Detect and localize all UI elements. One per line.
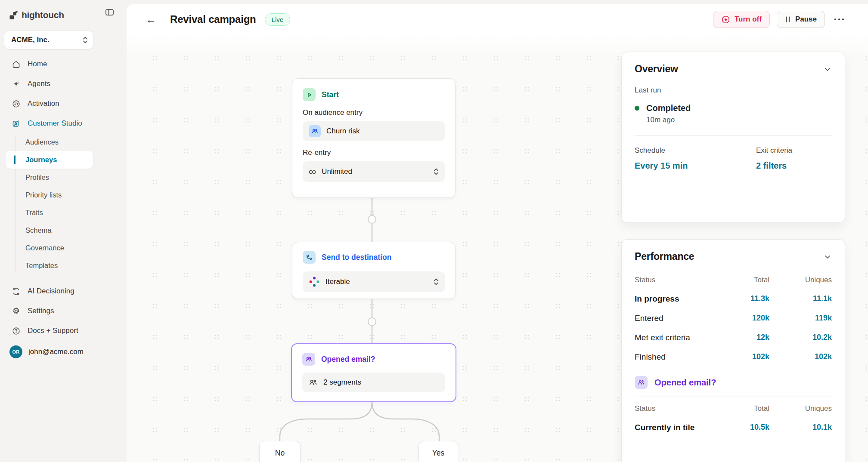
col-uniques: Uniques [769,271,832,289]
row-label: Finished [635,347,722,367]
chevron-updown-icon [434,167,439,176]
sidebar-item-agents[interactable]: Agents [0,74,127,94]
tile-section-title[interactable]: Opened email? [654,378,716,388]
row-uniques: 11.1k [769,289,832,308]
sidebar-item-customer-studio[interactable]: Customer Studio [0,114,127,133]
branch-yes-node[interactable]: Yes [418,441,458,462]
status-dot-green [635,106,639,111]
sidebar-item-label: Agents [28,80,50,88]
hightouch-logo-icon [9,11,18,20]
user-menu[interactable]: OR john@acme.com [0,341,127,363]
row-total: 11.3k [722,289,769,308]
pause-button[interactable]: Pause [777,11,825,28]
sidebar-item-schema[interactable]: Schema [0,222,127,239]
main-panel: ← Revival campaign Live Turn off Pause [127,4,868,462]
journey-node-start[interactable]: Start On audience entry Churn risk Re-en… [292,78,456,198]
row-total: 102k [722,347,769,367]
col-status: Status [635,400,722,418]
destination-value: Iterable [326,277,350,286]
reentry-select[interactable]: ∞ Unlimited [303,161,445,182]
tile-table: Status Total Uniques Currently in tile 1… [635,400,832,437]
back-arrow-icon[interactable]: ← [146,14,156,25]
sidebar-item-ai-decisioning[interactable]: AI Decisioning [0,281,127,301]
branch-no-node[interactable]: No [259,441,301,462]
sidebar-item-label: Docs + Support [28,326,78,335]
stop-octagon-icon [721,15,730,24]
sidebar-item-journeys[interactable]: Journeys [6,151,93,169]
col-total: Total [722,271,769,289]
topbar: ← Revival campaign Live Turn off Pause [127,4,868,34]
sidebar-item-label: Home [28,60,47,68]
col-total: Total [722,400,769,418]
sidebar: hightouch ACME, Inc. Home [0,0,127,462]
last-run-status: Completed [646,103,691,113]
sidebar-item-activation[interactable]: Activation [0,94,127,114]
customer-studio-icon [11,119,21,128]
sidebar-item-templates[interactable]: Templates [0,257,127,274]
segments-count: 2 segments [323,378,361,387]
sidebar-item-profiles[interactable]: Profiles [0,169,127,186]
schedule-value[interactable]: Every 15 min [635,161,756,171]
journey-node-branch[interactable]: Opened email? 2 segments [291,343,456,402]
reentry-value: Unlimited [322,167,352,176]
audience-chip[interactable]: Churn risk [303,121,445,141]
infinity-icon: ∞ [309,167,316,176]
performance-card: Performance Status Total Uniques In prog… [621,239,845,462]
row-uniques: 119k [769,308,832,328]
sub-item-label: Schema [25,226,52,234]
chevron-down-icon[interactable] [823,65,832,74]
sidebar-footer: AI Decisioning Settings Docs + Support [0,281,127,363]
divider [635,136,832,136]
sidebar-item-settings[interactable]: Settings [0,301,127,321]
sidebar-item-traits[interactable]: Traits [0,204,127,222]
row-uniques: 10.1k [769,418,832,437]
sub-item-label: Profiles [25,173,49,182]
schedule-label: Schedule [635,146,756,155]
row-total: 12k [722,328,769,347]
sidebar-item-label: Settings [28,307,54,315]
performance-table: Status Total Uniques In progress 11.3k 1… [635,271,832,367]
logo-text: hightouch [22,10,64,20]
journey-canvas[interactable]: Start On audience entry Churn risk Re-en… [127,34,868,462]
pause-icon [785,16,791,23]
sidebar-item-priority-lists[interactable]: Priority lists [0,186,127,204]
workspace-selector[interactable]: ACME, Inc. [4,31,93,49]
more-options-icon[interactable] [832,15,846,24]
divider [635,397,832,397]
row-label: Met exit criteria [635,328,722,347]
last-run-label: Last run [635,86,832,95]
exit-criteria-value[interactable]: 2 filters [756,161,832,171]
play-icon [303,88,316,101]
pause-label: Pause [795,15,817,24]
customer-studio-subnav: Audiences Journeys Profiles Priority lis… [0,133,127,274]
turn-off-button[interactable]: Turn off [713,11,770,28]
destination-node-header: Send to destination [303,251,445,264]
sidebar-item-governance[interactable]: Governance [0,239,127,257]
status-badge: Live [265,13,291,26]
sparkle-icon [11,79,21,89]
audience-name: Churn risk [326,127,360,136]
people-icon [308,378,318,387]
turn-off-label: Turn off [735,15,762,24]
sidebar-item-home[interactable]: Home [0,54,127,74]
help-circle-icon [11,326,21,336]
destination-select[interactable]: Iterable [303,271,445,292]
chevron-down-icon[interactable] [823,253,832,261]
chevron-updown-icon [434,277,439,286]
row-label: In progress [635,289,722,308]
page-title: Revival campaign [170,13,256,25]
workspace-name: ACME, Inc. [11,36,83,44]
gear-icon [11,306,21,316]
ai-decisioning-icon [11,286,21,296]
segments-chip[interactable]: 2 segments [302,373,445,392]
branch-node-header: Opened email? [302,353,445,366]
row-uniques: 102k [769,347,832,367]
sub-item-label: Priority lists [25,191,62,199]
sidebar-collapse-icon[interactable] [105,7,115,17]
logo-row: hightouch [0,0,127,23]
sidebar-item-docs-support[interactable]: Docs + Support [0,321,127,341]
sidebar-nav: Home Agents Activation [0,54,127,133]
journey-node-destination[interactable]: Send to destination Iterable [292,242,456,299]
overview-title: Overview [635,63,678,75]
sidebar-item-audiences[interactable]: Audiences [0,133,127,151]
